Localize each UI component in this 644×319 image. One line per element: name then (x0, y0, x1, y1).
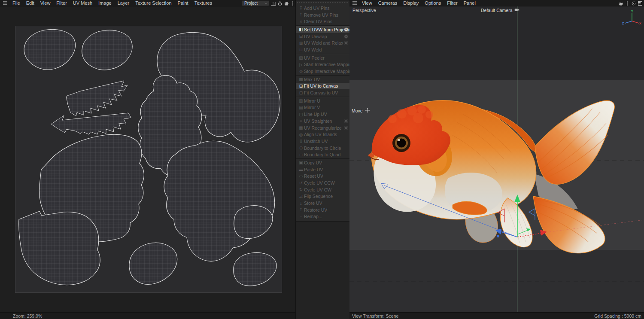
mirror-u-icon: ▥ (298, 98, 304, 103)
cycle-ccw-icon: ↺ (298, 181, 304, 185)
uv-panel-item-line-up-uv[interactable]: ▢Line Up UV (296, 111, 349, 118)
menu-textures[interactable]: Textures (191, 0, 216, 6)
menu-filter[interactable]: Filter (53, 0, 70, 6)
maximize-icon[interactable] (637, 0, 643, 6)
uv-panel-group: ▥Mirror U▤Mirror V▢Line Up UV≡UV Straigh… (296, 97, 349, 159)
pin-add-icon: ↧ (298, 6, 304, 10)
uv-panel-item-mirror-v[interactable]: ▤Mirror V (296, 104, 349, 111)
uv-panel-item-max-uv[interactable]: ▩Max UV (296, 76, 349, 83)
gear-icon[interactable] (344, 34, 348, 39)
uv-panel-group: ◧Set UVW from Projection⊟UV Unwrap⊠UV We… (296, 26, 349, 54)
hamburger-icon[interactable] (352, 0, 357, 6)
hand-icon[interactable] (618, 0, 623, 6)
uv-panel-item-uv-weld-and-relax[interactable]: ⊠UV Weld and Relax (296, 39, 349, 46)
uv-editor-view[interactable] (0, 6, 295, 312)
pan-vertical-icon[interactable] (624, 0, 630, 6)
uv-panel-item-store-uv[interactable]: ↧Store UV (296, 200, 349, 207)
play-icon: ▷ (298, 62, 304, 67)
uv-panel-item-remove-uv-pins[interactable]: ↥Remove UV Pins (296, 12, 349, 18)
project-dropdown[interactable]: Project (242, 0, 269, 6)
uv-panel-item-remap[interactable]: ▫Remap... (296, 213, 349, 220)
uv-panel-item-boundary-to-quad[interactable]: □Boundary to Quad (296, 151, 349, 158)
vp-menu-cameras[interactable]: Cameras (375, 0, 401, 6)
uv-panel-item-uv-unwrap[interactable]: ⊟UV Unwrap (296, 33, 349, 40)
gear-icon[interactable] (344, 126, 348, 130)
uv-panel-item-fit-uv-to-canvas[interactable]: ⊞Fit UV to Canvas (296, 83, 349, 90)
viewport-mode-label[interactable]: Perspective (352, 8, 376, 13)
uv-panel-item-label: UV Weld (304, 47, 322, 52)
menu-image[interactable]: Image (95, 0, 115, 6)
uv-island-fin-right (234, 206, 273, 239)
uv-panel-group: ↧Add UV Pins↥Remove UV Pins×Clear UV Pin… (296, 4, 349, 26)
pin-remove-icon: ↥ (298, 12, 304, 17)
joint-flag-blue (529, 209, 535, 220)
project-dropdown-value: Project (244, 1, 258, 6)
uv-panel-item-uv-straighten[interactable]: ≡UV Straighten (296, 118, 349, 125)
menu-edit[interactable]: Edit (23, 0, 37, 6)
uv-panel-item-stop-interactive-mapping[interactable]: ⊘Stop Interactive Mapping (296, 68, 349, 75)
axis-orientation-gizmo[interactable]: Y Z X (622, 9, 641, 27)
menu-layer[interactable]: Layer (115, 0, 133, 6)
menu-texture-selection[interactable]: Texture Selection (132, 0, 174, 6)
uv-panel-item-paste-uv[interactable]: ▬Paste UV (296, 166, 349, 173)
uv-panel-item-label: Restore UV (304, 207, 327, 213)
uv-panel-item-add-uv-pins[interactable]: ↧Add UV Pins (296, 5, 349, 12)
uv-panel-item-set-uvw-from-projection[interactable]: ◧Set UVW from Projection (296, 26, 349, 33)
uv-panel-item-label: Set UVW from Projection (304, 27, 349, 32)
uv-panel-item-cycle-uv-ccw[interactable]: ↺Cycle UV CCW (296, 179, 349, 186)
pectoral-fin-near (500, 198, 532, 247)
uv-editor-menu: FileEditViewFilterUV MeshImageLayerTextu… (9, 0, 215, 6)
uv-panel-item-restore-uv[interactable]: ↥Restore UV (296, 207, 349, 213)
uv-panel-item-uv-peeler[interactable]: ▧UV Peeler (296, 55, 349, 61)
uv-panel-item-uv-rectangularize[interactable]: ▦UV Rectangularize (296, 125, 349, 131)
uv-panel-item-label: Add UV Pins (304, 6, 330, 11)
bodypaint-uv-edit-window: FileEditViewFilterUV MeshImageLayerTextu… (0, 0, 644, 319)
uv-panel-item-boundary-to-circle[interactable]: ⊙Boundary to Circle (296, 145, 349, 152)
uv-panel-item-label: Store UV (304, 201, 322, 206)
menu-view[interactable]: View (37, 0, 54, 6)
uv-panel-item-align-uv-islands[interactable]: ◎Align UV Islands (296, 131, 349, 138)
uv-canvas[interactable] (15, 26, 282, 293)
uv-panel-item-start-interactive-mapping[interactable]: ▷Start Interactive Mapping (296, 61, 349, 68)
vp-menu-filter[interactable]: Filter (444, 0, 460, 6)
uv-panel-item-reset-uv[interactable]: ▭Reset UV (296, 173, 349, 180)
perspective-viewport[interactable]: Perspective Default Camera Move Y Z X (349, 6, 644, 312)
uv-panel-item-cycle-uv-cw[interactable]: ↻Cycle UV CW (296, 186, 349, 193)
vp-menu-display[interactable]: Display (400, 0, 422, 6)
uv-panel-item-clear-uv-pins[interactable]: ×Clear UV Pins (296, 18, 349, 25)
menu-paint[interactable]: Paint (175, 0, 191, 6)
active-tool-hud[interactable]: Move (352, 108, 370, 114)
menu-file[interactable]: File (9, 0, 23, 6)
uv-panel-item-mirror-u[interactable]: ▥Mirror U (296, 97, 349, 104)
hand-icon[interactable] (283, 0, 289, 6)
uv-mesh-wireframe (15, 26, 282, 292)
vp-menu-options[interactable]: Options (422, 0, 444, 6)
vp-menu-panel[interactable]: Panel (461, 0, 479, 6)
pan-vertical-icon[interactable] (290, 0, 295, 6)
gear-icon[interactable] (344, 119, 348, 123)
histogram-icon[interactable] (270, 0, 276, 6)
uv-panel-item-label: UV Unwrap (304, 34, 327, 39)
uv-panel-item-fit-canvas-to-uv[interactable]: ⊡Fit Canvas to UV (296, 89, 349, 96)
uv-panel-item-label: Fit Canvas to UV (304, 90, 338, 95)
uv-editor-toolbar (270, 0, 295, 6)
gear-icon[interactable] (344, 41, 348, 45)
menu-uv-mesh[interactable]: UV Mesh (70, 0, 95, 6)
viewport-camera-label[interactable]: Default Camera (481, 8, 519, 13)
lock-icon[interactable] (277, 0, 283, 6)
peeler-icon: ▧ (298, 55, 304, 60)
uv-panel-item-label: Cycle UV CCW (304, 180, 335, 185)
uv-panel-item-unstitch-uv[interactable]: ▯Unstitch UV (296, 138, 349, 145)
uv-panel-item-copy-uv[interactable]: ▣Copy UV (296, 159, 349, 166)
straighten-icon: ≡ (298, 118, 304, 123)
rotate-icon[interactable] (631, 0, 636, 6)
uv-panel-item-flip-sequence[interactable]: ⇄Flip Sequence (296, 193, 349, 200)
vp-menu-view[interactable]: View (359, 0, 375, 6)
uv-panel-item-uv-weld[interactable]: ⊔UV Weld (296, 46, 349, 53)
gear-icon[interactable] (344, 27, 348, 32)
hamburger-icon[interactable] (3, 0, 8, 6)
goldfish-model[interactable] (368, 100, 614, 253)
uv-panel-item-label: UV Straighten (304, 118, 332, 124)
uv-island-fin-bottom-mid (129, 243, 177, 284)
reset-icon: ▭ (298, 174, 304, 179)
